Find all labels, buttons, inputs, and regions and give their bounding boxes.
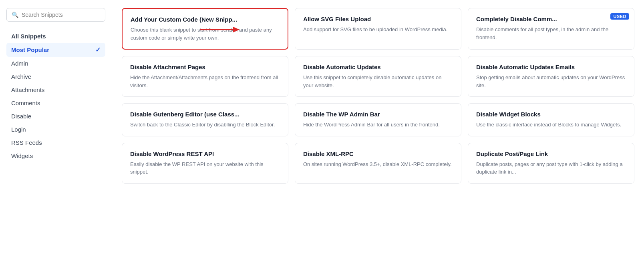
sidebar-item-admin[interactable]: Admin bbox=[6, 57, 105, 70]
sidebar-item-all-snippets[interactable]: All Snippets bbox=[6, 30, 105, 43]
card-allow-svg[interactable]: Allow SVG Files UploadAdd support for SV… bbox=[295, 8, 461, 50]
card-disable-gutenberg[interactable]: Disable Gutenberg Editor (use Class...Sw… bbox=[122, 103, 288, 136]
card-desc: Hide the WordPress Admin Bar for all use… bbox=[303, 121, 453, 129]
card-desc: Use the classic interface instead of Blo… bbox=[476, 121, 626, 129]
main-content: Add Your Custom Code (New Snipp...Choose… bbox=[112, 0, 644, 278]
card-desc: Disable comments for all post types, in … bbox=[476, 26, 626, 41]
card-disable-wp-admin-bar[interactable]: Disable The WP Admin BarHide the WordPre… bbox=[295, 103, 461, 136]
card-desc: Switch back to the Classic Editor by dis… bbox=[130, 121, 280, 129]
cards-grid: Add Your Custom Code (New Snipp...Choose… bbox=[122, 8, 634, 184]
card-disable-xml-rpc[interactable]: Disable XML-RPCOn sites running WordPres… bbox=[295, 143, 461, 184]
card-title: Add Your Custom Code (New Snipp... bbox=[131, 16, 280, 23]
card-disable-widget-blocks[interactable]: Disable Widget BlocksUse the classic int… bbox=[468, 103, 634, 136]
sidebar-item-label: Attachments bbox=[11, 86, 44, 93]
card-title: Disable Attachment Pages bbox=[130, 64, 280, 70]
sidebar-item-label: Most Popular bbox=[11, 46, 49, 53]
sidebar-item-attachments[interactable]: Attachments bbox=[6, 83, 105, 96]
used-badge: USED bbox=[610, 13, 629, 20]
card-desc: Use this snippet to completely disable a… bbox=[303, 74, 453, 89]
card-title: Disable Automatic Updates bbox=[303, 64, 453, 70]
sidebar-item-comments[interactable]: Comments bbox=[6, 96, 105, 110]
sidebar-item-archive[interactable]: Archive bbox=[6, 70, 105, 83]
card-desc: Easily disable the WP REST API on your w… bbox=[130, 160, 280, 176]
card-title: Disable Gutenberg Editor (use Class... bbox=[130, 111, 280, 118]
checkmark-icon: ✓ bbox=[95, 46, 101, 54]
card-desc: Stop getting emails about automatic upda… bbox=[476, 74, 626, 89]
card-desc: Duplicate posts, pages or any post type … bbox=[476, 160, 626, 176]
sidebar-item-label: Comments bbox=[11, 100, 40, 106]
sidebar-item-label: RSS Feeds bbox=[11, 139, 42, 146]
card-desc: Hide the Attachment/Attachments pages on… bbox=[130, 74, 280, 89]
sidebar-item-label: Admin bbox=[11, 60, 28, 67]
card-title: Disable WordPress REST API bbox=[130, 150, 280, 157]
card-duplicate-post-link[interactable]: Duplicate Post/Page LinkDuplicate posts,… bbox=[468, 143, 634, 184]
card-title: Completely Disable Comm... bbox=[476, 16, 626, 22]
search-box[interactable]: 🔍 bbox=[6, 8, 105, 22]
sidebar: 🔍 All SnippetsMost Popular✓AdminArchiveA… bbox=[0, 0, 112, 278]
search-icon: 🔍 bbox=[12, 12, 18, 18]
card-disable-attachment-pages[interactable]: Disable Attachment PagesHide the Attachm… bbox=[122, 56, 288, 97]
sidebar-item-disable[interactable]: Disable bbox=[6, 110, 105, 123]
sidebar-item-login[interactable]: Login bbox=[6, 123, 105, 136]
sidebar-item-label: Disable bbox=[11, 113, 31, 120]
card-add-custom-code[interactable]: Add Your Custom Code (New Snipp...Choose… bbox=[122, 8, 288, 50]
sidebar-item-most-popular[interactable]: Most Popular✓ bbox=[6, 43, 105, 57]
sidebar-item-rss-feeds[interactable]: RSS Feeds bbox=[6, 136, 105, 149]
card-disable-automatic-updates[interactable]: Disable Automatic UpdatesUse this snippe… bbox=[295, 56, 461, 97]
card-title: Allow SVG Files Upload bbox=[303, 16, 453, 22]
card-disable-auto-updates-emails[interactable]: Disable Automatic Updates EmailsStop get… bbox=[468, 56, 634, 97]
card-disable-rest-api[interactable]: Disable WordPress REST APIEasily disable… bbox=[122, 143, 288, 184]
sidebar-item-widgets[interactable]: Widgets bbox=[6, 149, 105, 162]
sidebar-nav: All SnippetsMost Popular✓AdminArchiveAtt… bbox=[6, 30, 105, 162]
sidebar-item-label: Login bbox=[11, 126, 26, 133]
card-title: Disable The WP Admin Bar bbox=[303, 111, 453, 118]
card-desc: On sites running WordPress 3.5+, disable… bbox=[303, 160, 453, 168]
card-disable-comments[interactable]: USEDCompletely Disable Comm...Disable co… bbox=[468, 8, 634, 50]
card-title: Disable Widget Blocks bbox=[476, 111, 626, 118]
sidebar-item-label: Widgets bbox=[11, 152, 33, 159]
card-desc: Choose this blank snippet to start from … bbox=[131, 26, 280, 42]
search-input[interactable] bbox=[22, 12, 100, 18]
card-title: Disable XML-RPC bbox=[303, 150, 453, 157]
card-title: Duplicate Post/Page Link bbox=[476, 150, 626, 157]
card-title: Disable Automatic Updates Emails bbox=[476, 64, 626, 70]
card-desc: Add support for SVG files to be uploaded… bbox=[303, 26, 453, 34]
sidebar-item-label: Archive bbox=[11, 73, 31, 80]
sidebar-item-label: All Snippets bbox=[11, 33, 46, 40]
